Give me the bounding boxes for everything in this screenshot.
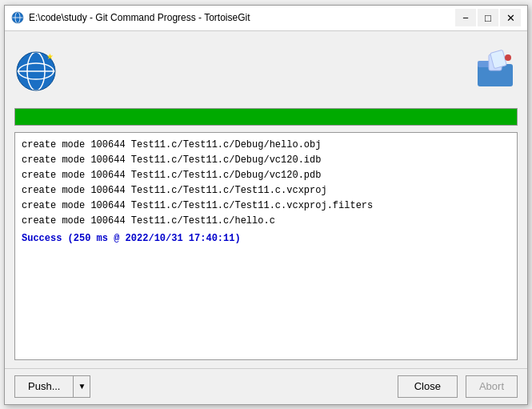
log-success: Success (250 ms @ 2022/10/31 17:40:11) <box>22 233 510 244</box>
icons-row: ★ <box>14 39 518 103</box>
log-line-4: create mode 100644 Test11.c/Test11.c/Tes… <box>22 183 510 198</box>
push-dropdown-button[interactable]: ▼ <box>73 375 90 398</box>
window-content: ★ create mode 100644 Test11.c/Test11.c/D… <box>5 31 527 368</box>
abort-button[interactable]: Abort <box>466 375 518 398</box>
maximize-button[interactable]: □ <box>478 9 498 26</box>
title-bar: E:\code\study - Git Command Progress - T… <box>5 6 527 31</box>
minimize-button[interactable]: − <box>455 9 476 26</box>
push-button-group: Push... ▼ <box>14 375 90 398</box>
log-output[interactable]: create mode 100644 Test11.c/Test11.c/Deb… <box>14 132 518 360</box>
main-window: E:\code\study - Git Command Progress - T… <box>4 5 528 405</box>
log-line-1: create mode 100644 Test11.c/Test11.c/Deb… <box>22 138 510 153</box>
log-line-3: create mode 100644 Test11.c/Test11.c/Deb… <box>22 168 510 183</box>
progress-bar <box>15 109 517 125</box>
close-button[interactable]: Close <box>398 375 458 398</box>
svg-point-14 <box>505 54 511 61</box>
bottom-bar: Push... ▼ Close Abort <box>5 368 527 404</box>
folder-icon <box>474 50 518 93</box>
log-line-5: create mode 100644 Test11.c/Test11.c/Tes… <box>22 198 510 214</box>
svg-text:★: ★ <box>46 52 54 61</box>
globe-icon: ★ <box>14 50 58 93</box>
log-line-6: create mode 100644 Test11.c/Test11.c/hel… <box>22 214 510 229</box>
progress-bar-container <box>14 108 518 126</box>
window-controls: − □ ✕ <box>455 9 521 26</box>
log-line-2: create mode 100644 Test11.c/Test11.c/Deb… <box>22 153 510 168</box>
app-icon <box>11 11 24 24</box>
window-title: E:\code\study - Git Command Progress - T… <box>29 12 455 23</box>
push-button[interactable]: Push... <box>14 375 73 398</box>
close-window-button[interactable]: ✕ <box>500 9 521 26</box>
